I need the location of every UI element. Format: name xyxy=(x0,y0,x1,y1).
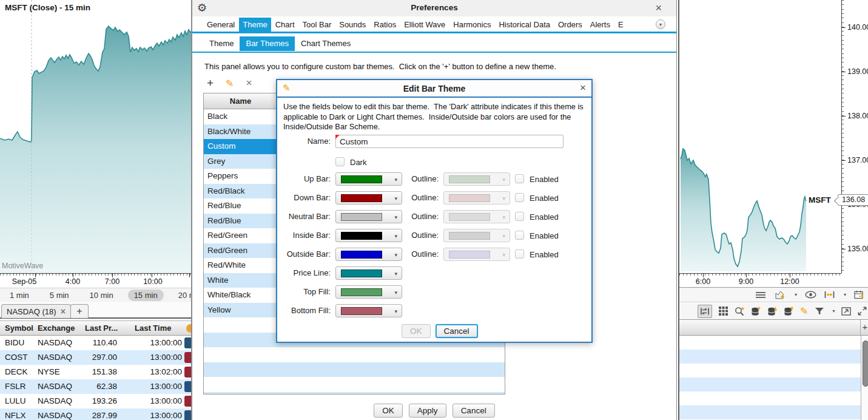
apply-button[interactable]: Apply xyxy=(409,404,446,418)
enabled-checkbox[interactable] xyxy=(515,212,524,221)
tab-chart[interactable]: Chart xyxy=(272,18,298,32)
delete-theme-icon[interactable]: × xyxy=(246,77,252,89)
subtab-chart-themes[interactable]: Chart Themes xyxy=(295,36,357,51)
table-row-empty[interactable] xyxy=(679,378,861,391)
cell-last-time: 13:00:00 xyxy=(119,353,182,362)
cell-last-price: 297.00 xyxy=(82,353,117,362)
tab-tool-bar[interactable]: Tool Bar xyxy=(299,18,335,32)
tab-nasdaq-watchlist[interactable]: NASDAQ (18) × xyxy=(1,304,71,318)
row-label: Top Fill: xyxy=(277,287,331,296)
enabled-checkbox[interactable] xyxy=(515,249,524,259)
period-button-20-min[interactable]: 20 min xyxy=(172,290,193,301)
visibility-icon[interactable] xyxy=(805,291,816,299)
price-axis[interactable]: 140.00139.00138.00137.00136.00135.00 xyxy=(841,0,868,273)
cell-last-price: 287.99 xyxy=(82,411,117,420)
close-tab-icon[interactable]: × xyxy=(61,307,66,316)
edit-theme-icon[interactable]: ✎ xyxy=(226,78,234,89)
period-button-10-min[interactable]: 10 min xyxy=(84,290,119,301)
add-theme-icon[interactable]: + xyxy=(207,76,214,90)
period-button-5-min[interactable]: 5 min xyxy=(44,290,75,301)
col-last-price[interactable]: Last Pr... xyxy=(85,323,118,333)
reload-data-calendar-icon[interactable] xyxy=(854,290,864,299)
tab-orders[interactable]: Orders xyxy=(554,18,586,32)
tab-sounds[interactable]: Sounds xyxy=(335,18,369,32)
preferences-close-icon[interactable]: × xyxy=(655,2,662,13)
subtab-theme[interactable]: Theme xyxy=(203,36,240,51)
chevron-down-icon: ▾ xyxy=(502,252,505,258)
dialog-close-icon[interactable]: × xyxy=(580,83,586,93)
period-button-1-min[interactable]: 1 min xyxy=(4,290,35,301)
expand-icon[interactable] xyxy=(858,307,867,316)
scrollbar-thumb[interactable] xyxy=(863,340,868,387)
minor-ticks xyxy=(679,274,841,276)
chevron-down-icon[interactable]: ▾ xyxy=(795,292,797,297)
table-row-empty[interactable] xyxy=(679,350,861,364)
tab-historical-data[interactable]: Historical Data xyxy=(495,18,554,32)
panel-description: This panel allows you to configure custo… xyxy=(204,62,556,71)
axis-label: 9:00 xyxy=(739,277,753,286)
enabled-checkbox[interactable] xyxy=(515,231,524,240)
enabled-checkbox[interactable] xyxy=(515,193,524,202)
scrollbar-track[interactable] xyxy=(861,336,868,420)
color-sample xyxy=(449,251,490,259)
cancel-button[interactable]: Cancel xyxy=(453,404,495,418)
edit-pencil-icon[interactable]: ✎ xyxy=(800,305,808,317)
menu-icon[interactable] xyxy=(755,291,767,299)
color-dropdown-bottom-fill-[interactable]: ▾ xyxy=(335,304,402,317)
table-row-empty[interactable] xyxy=(679,405,861,419)
col-last-time[interactable]: Last Time xyxy=(135,323,171,333)
grid-icon[interactable] xyxy=(719,307,728,316)
chevron-down-icon[interactable]: ▾ xyxy=(844,292,846,297)
bar-row-neutral-bar-: Neutral Bar:▾Outline:▾Enabled xyxy=(277,210,591,223)
fill-row-top-fill-: Top Fill:▾ xyxy=(277,285,591,299)
table-row-deck[interactable]: DECKNYSE151.3813:02:00 xyxy=(0,365,193,379)
tab-harmonics[interactable]: Harmonics xyxy=(449,18,494,32)
popout-icon[interactable] xyxy=(841,307,851,316)
db-export-down-icon[interactable] xyxy=(767,307,777,316)
table-row-empty[interactable] xyxy=(679,391,861,405)
axis-label: 12:00 xyxy=(780,277,799,286)
right-price-chart[interactable] xyxy=(679,0,841,273)
search-add-icon[interactable] xyxy=(735,307,744,316)
table-row-bidu[interactable]: BIDUNASDAQ110.4013:00:00 xyxy=(0,336,193,350)
db-import-up-icon[interactable] xyxy=(784,307,793,316)
axis-label: 10:00 xyxy=(143,277,162,286)
table-row-nflx[interactable]: NFLXNASDAQ287.9913:00:00 xyxy=(0,408,193,420)
filter-icon[interactable] xyxy=(815,307,824,316)
dialog-cancel-button[interactable]: Cancel xyxy=(436,324,478,338)
tab-general[interactable]: General xyxy=(203,18,238,32)
subtab-bar-themes[interactable]: Bar Themes xyxy=(240,36,295,51)
tab-theme[interactable]: Theme xyxy=(239,18,271,32)
tab-e[interactable]: E xyxy=(614,18,627,32)
table-row-fslr[interactable]: FSLRNASDAQ62.3813:00:00 xyxy=(0,379,193,394)
tabs-underline xyxy=(192,32,676,33)
enabled-checkbox[interactable] xyxy=(515,174,524,183)
add-watchlist-tab[interactable]: + xyxy=(70,304,89,318)
theme-name-input[interactable] xyxy=(335,135,564,148)
outline-label: Outline: xyxy=(385,249,439,259)
table-row-lulu[interactable]: LULUNASDAQ193.2613:00:00 xyxy=(0,394,193,408)
dark-checkbox[interactable] xyxy=(335,157,345,166)
dialog-ok-button[interactable]: OK xyxy=(402,324,431,338)
tab-ratios[interactable]: Ratios xyxy=(370,18,400,32)
name-column-header[interactable]: Name xyxy=(204,93,278,109)
table-row-empty[interactable] xyxy=(679,364,861,378)
table-row-cost[interactable]: COSTNASDAQ297.0013:00:00 xyxy=(0,350,193,365)
add-column-button[interactable]: + xyxy=(860,320,868,336)
ok-button[interactable]: OK xyxy=(374,404,403,418)
db-add-icon[interactable] xyxy=(751,307,761,316)
tab-elliott-wave[interactable]: Elliott Wave xyxy=(400,18,449,32)
color-dropdown-top-fill-[interactable]: ▾ xyxy=(335,285,402,299)
table-row-empty[interactable] xyxy=(679,336,861,350)
chevron-down-icon[interactable]: ▾ xyxy=(832,308,835,314)
bar-width-icon[interactable] xyxy=(824,291,835,299)
period-button-15-min[interactable]: 15 min xyxy=(128,290,164,301)
col-symbol[interactable]: Symbol xyxy=(5,323,33,333)
color-dropdown-price-line-[interactable]: ▾ xyxy=(335,266,402,280)
chart-theme-icon[interactable] xyxy=(775,290,786,300)
link-columns-icon[interactable] xyxy=(698,305,712,318)
tab-overflow-button[interactable]: ▾ xyxy=(656,19,665,29)
tab-alerts[interactable]: Alerts xyxy=(587,18,614,32)
left-price-chart[interactable] xyxy=(0,0,193,273)
col-exchange[interactable]: Exchange xyxy=(38,323,75,333)
